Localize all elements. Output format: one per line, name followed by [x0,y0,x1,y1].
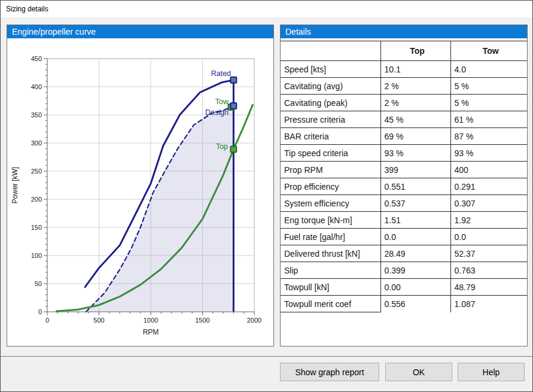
show-graph-report-button[interactable]: Show graph report [280,363,379,381]
curve-label-top: Top [216,142,228,151]
y-tick-label: 100 [31,252,42,259]
y-tick-label: 250 [31,168,42,175]
x-tick-label: 1500 [195,317,209,324]
top-value-cell: 1.51 [380,212,450,229]
column-header-blank [281,41,380,61]
tow-value-cell: 61 % [450,111,527,128]
row-label-cell: Tip speed criteria [281,145,380,162]
table-row: Slip0.3990.763 [281,262,527,279]
table-row: Towpull [kN]0.0048.79 [281,279,527,296]
y-tick-label: 400 [31,83,42,90]
tow-value-cell: 0.307 [450,195,527,212]
window-title: Sizing details [1,1,532,17]
tow-value-cell: 5 % [450,78,527,95]
row-label-cell: Prop RPM [281,162,380,178]
chart-panel-header: Engine/propeller curve [7,25,273,38]
table-row: Speed [kts]10.14.0 [281,61,527,78]
tow-value-cell: 52.37 [450,245,527,262]
ok-button[interactable]: OK [385,363,452,381]
y-axis-title: Power [kW] [11,167,19,203]
table-row: BAR criteria69 %87 % [281,128,527,145]
row-label-cell: Pressure criteria [281,111,380,128]
tow-value-cell: 0.0 [450,229,527,245]
curve-label-design: Design [205,108,229,117]
y-tick-label: 0 [38,308,42,315]
help-button[interactable]: Help [458,363,525,381]
tow-value-cell: 400 [450,162,527,178]
x-tick-label: 0 [45,317,49,324]
tow-value-cell: 1.087 [450,296,527,312]
table-row: Pressure criteria45 %61 % [281,111,527,128]
curve-label-tow: Tow [215,98,229,106]
top-value-cell: 0.537 [380,195,450,212]
tow-value-cell: 0.763 [450,262,527,279]
table-row: Cavitating (peak)2 %5 % [281,95,527,111]
top-value-cell: 45 % [380,111,450,128]
top-value-cell: 399 [380,162,450,178]
footer-divider [1,356,532,357]
engine-propeller-curve-panel: Engine/propeller curve RatedTowDesignTop… [7,25,274,347]
top-value-cell: 0.551 [380,178,450,195]
y-tick-label: 300 [31,139,42,147]
table-row: Towpull merit coef0.5561.087 [281,296,527,312]
details-panel: Details Top Tow Speed [kts]10.14.0Cavita… [280,25,528,347]
y-tick-label: 350 [31,111,42,118]
details-panel-header: Details [281,25,527,38]
table-row: Tip speed criteria93 %93 % [281,145,527,162]
top-value-cell: 2 % [380,78,450,95]
top-value-cell: 0.0 [380,229,450,245]
row-label-cell: BAR criteria [281,128,380,145]
y-tick-label: 50 [35,280,42,287]
top-value-cell: 28.49 [380,245,450,262]
tow-value-cell: 93 % [450,145,527,162]
tow-value-cell: 5 % [450,95,527,111]
row-label-cell: Delivered thrust [kN] [281,245,380,262]
top-value-cell: 93 % [380,145,450,162]
row-label-cell: Fuel rate [gal/hr] [281,229,380,245]
row-label-cell: Cavitating (avg) [281,78,380,95]
top-marker [230,146,236,152]
table-row: Eng torque [kN-m]1.511.92 [281,212,527,229]
top-value-cell: 0.399 [380,262,450,279]
details-table: Top Tow Speed [kts]10.14.0Cavitating (av… [281,41,527,312]
tow-value-cell: 4.0 [450,61,527,78]
x-tick-label: 2000 [247,317,261,324]
x-tick-label: 1000 [144,317,158,324]
rated-marker [230,77,236,83]
tow-value-cell: 1.92 [450,212,527,229]
row-label-cell: Towpull [kN] [281,279,380,296]
tow-marker [230,103,236,109]
table-row: Cavitating (avg)2 %5 % [281,78,527,95]
sizing-details-dialog: Sizing details Engine/propeller curve Ra… [0,0,533,392]
row-label-cell: System efficiency [281,195,380,212]
tow-value-cell: 87 % [450,128,527,145]
top-value-cell: 10.1 [380,61,450,78]
top-value-cell: 69 % [380,128,450,145]
details-table-header-row: Top Tow [281,41,527,61]
top-value-cell: 0.556 [380,296,450,312]
row-label-cell: Speed [kts] [281,61,380,78]
table-row: Fuel rate [gal/hr]0.00.0 [281,229,527,245]
table-row: Prop efficiency0.5510.291 [281,178,527,195]
x-tick-label: 500 [93,317,104,324]
tow-value-cell: 0.291 [450,178,527,195]
y-tick-label: 150 [31,224,42,231]
row-label-cell: Towpull merit coef [281,296,380,312]
top-value-cell: 0.00 [380,279,450,296]
design-area-fill [86,106,234,312]
tow-value-cell: 48.79 [450,279,527,296]
table-row: Prop RPM399400 [281,162,527,178]
table-row: Delivered thrust [kN]28.4952.37 [281,245,527,262]
row-label-cell: Prop efficiency [281,178,380,195]
row-label-cell: Slip [281,262,380,279]
table-row: System efficiency0.5370.307 [281,195,527,212]
y-tick-label: 450 [31,55,42,62]
y-tick-label: 200 [31,196,42,203]
curve-label-rated: Rated [211,69,231,78]
top-value-cell: 2 % [380,95,450,111]
column-header-tow: Tow [450,41,527,61]
row-label-cell: Eng torque [kN-m] [281,212,380,229]
engine-propeller-chart: RatedTowDesignTop05001000150020000501001… [7,38,273,346]
x-axis-title: RPM [143,328,159,336]
row-label-cell: Cavitating (peak) [281,95,380,111]
